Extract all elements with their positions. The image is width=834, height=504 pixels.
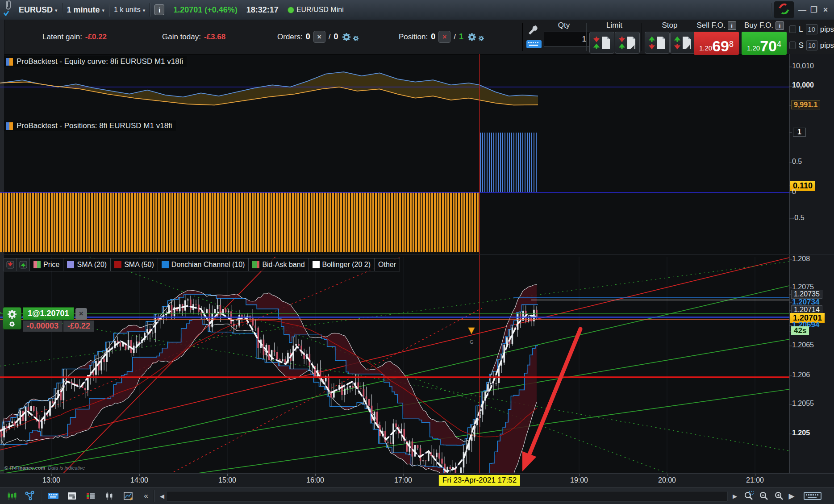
limit-order-button-2[interactable] <box>615 32 640 54</box>
chart-list-button[interactable] <box>5 490 19 502</box>
s-label: S <box>798 41 803 50</box>
price-axis-gutter[interactable] <box>789 54 834 473</box>
chart_data.2.axis-axis-label: 1.2065 <box>792 341 814 349</box>
sell-header: Sell F.O.i <box>694 21 739 30</box>
zoom-out-button[interactable] <box>757 490 771 502</box>
position-group: Position: 0 × / 1 <box>399 20 485 54</box>
stop-pips-value[interactable]: 10 <box>806 40 817 50</box>
limit-order-button-1[interactable] <box>589 32 614 54</box>
time-tick <box>51 474 52 476</box>
wrench-settings-button[interactable] <box>527 22 539 37</box>
indicator-icon <box>6 122 13 130</box>
chart_data.2.axis-axis-label: 1.20735 <box>791 290 822 299</box>
orders-label: Orders: <box>277 33 303 42</box>
stop-order-button-1[interactable] <box>645 32 670 54</box>
position-pnl: -£0.22 <box>63 321 94 332</box>
legend-item-price[interactable]: Price <box>30 258 63 271</box>
limit-pips-checkbox[interactable] <box>789 25 796 33</box>
pane-right-button[interactable]: ▶ <box>785 490 798 502</box>
pips-label: pips <box>820 41 834 50</box>
chart_data.1.axis-axis-label: 1 <box>793 128 806 137</box>
orders-settings-gears-icon[interactable] <box>341 32 360 42</box>
keyboard-shortcut-button[interactable] <box>46 490 60 502</box>
chart_data.0.axis-axis-label: 10,000 <box>792 81 814 89</box>
virtual-keyboard-button[interactable] <box>800 490 825 502</box>
legend-item-label: Price <box>43 261 59 269</box>
position-label: Position: <box>399 33 428 42</box>
legend-item-label: Bollinger (20 2) <box>322 261 371 269</box>
news-button[interactable] <box>65 490 79 502</box>
zoom-in-button[interactable] <box>772 490 786 502</box>
sell-marker-toggle-button[interactable] <box>4 258 17 271</box>
attach-icon-group[interactable] <box>0 0 14 20</box>
legend-swatch-icon <box>252 261 259 268</box>
time-axis[interactable]: 13:0014:0015:0016:0017:0019:0020:0021:00… <box>0 473 834 488</box>
keyboard-order-button[interactable] <box>526 38 542 52</box>
zoom-selection-button[interactable] <box>742 490 755 502</box>
info-icon: i <box>776 21 784 30</box>
legend-item-sma-50[interactable]: SMA (50) <box>111 258 158 271</box>
close-button[interactable]: × <box>820 4 831 16</box>
position-delta: -0.00003 <box>23 321 63 332</box>
l-label: L <box>799 25 803 34</box>
trading-toolbar: Latent gain: -£0.22 Gain today: -£3.68 O… <box>0 20 834 54</box>
stop-header: Stop <box>645 21 695 30</box>
minimize-button[interactable]: — <box>796 4 808 16</box>
pips-label: pips <box>820 25 834 34</box>
stop-order-button-2[interactable] <box>670 32 695 54</box>
legend-item-label: SMA (20) <box>77 261 107 269</box>
legend-item-other[interactable]: Other <box>375 258 400 271</box>
limit-pips-value[interactable]: 10 <box>806 24 817 34</box>
legend-item-bollinger-20-2[interactable]: Bollinger (20 2) <box>309 258 375 271</box>
close-position-x-button[interactable]: × <box>75 308 87 320</box>
sell-button[interactable]: 1.20698 <box>694 32 739 55</box>
legend-swatch-icon <box>67 261 74 268</box>
equity-panel-title[interactable]: ProBacktest - Equity curve: 8fi EURUSD M… <box>4 56 187 67</box>
instrument-info-button[interactable]: i <box>150 0 169 20</box>
orders-count-2: 0 <box>334 32 338 42</box>
stop-pips-checkbox[interactable] <box>789 42 796 49</box>
candlestick-view-button[interactable] <box>103 490 116 502</box>
order-book-button[interactable] <box>84 490 97 502</box>
time-tick <box>403 474 404 476</box>
buy-marker-toggle-button[interactable] <box>17 258 30 271</box>
chart_data.1.axis-axis-label: 0 <box>792 188 796 196</box>
close-position-button[interactable]: × <box>438 31 450 43</box>
indicator-icon <box>6 58 13 66</box>
time-tick <box>579 474 580 476</box>
position-gears-button[interactable] <box>3 307 21 329</box>
legend-item-donchian-channel-10[interactable]: Donchian Channel (10) <box>158 258 249 271</box>
cancel-orders-button[interactable]: × <box>313 31 325 43</box>
legend-item-sma-20[interactable]: SMA (20) <box>63 258 111 271</box>
position-settings-gears-icon[interactable] <box>467 32 485 42</box>
instrument-name: EUR/USD Mini <box>296 6 344 14</box>
buy-button[interactable]: 1.20704 <box>742 32 787 55</box>
legend-item-label: SMA (50) <box>124 261 154 269</box>
symbol-selector[interactable]: EURUSD ▾ <box>14 0 62 20</box>
latent-gain: Latent gain: -£0.22 <box>42 20 107 54</box>
qty-input[interactable] <box>544 32 590 47</box>
maximize-button[interactable]: ❐ <box>808 4 820 16</box>
time-tick <box>755 474 755 476</box>
divider <box>522 23 523 51</box>
positions-panel-title[interactable]: ProBacktest - Positions: 8fi EURUSD M1 v… <box>4 121 176 131</box>
sync-button[interactable] <box>774 1 794 18</box>
units-selector[interactable]: 1 k units ▾ <box>109 0 150 20</box>
chart-scrollbar[interactable] <box>166 491 728 502</box>
time-tick <box>315 474 316 476</box>
divider <box>586 23 586 51</box>
legend-item-bid-ask-band[interactable]: Bid-Ask band <box>249 258 309 271</box>
time-tick <box>139 474 140 476</box>
legend-swatch-icon <box>114 261 121 268</box>
chart-edit-button[interactable] <box>121 490 135 502</box>
limit-pips-row: L 10 pips <box>789 24 834 34</box>
open-position-tag: 1@1.20701 × -0.00003 -£0.22 <box>3 307 94 332</box>
chart_data.1.axis-axis-label: 0.5 <box>792 158 802 166</box>
units-label: 1 k units <box>114 6 141 14</box>
timeframe-label: 1 minute <box>67 5 100 15</box>
scroll-right-button[interactable]: ▶ <box>728 490 742 502</box>
share-nodes-button[interactable] <box>23 490 37 502</box>
timeframe-selector[interactable]: 1 minute ▾ <box>63 0 109 20</box>
chart_data.0.axis-axis-label: 9,991.1 <box>791 100 820 109</box>
collapse-toolbar-button[interactable]: « <box>139 490 153 502</box>
